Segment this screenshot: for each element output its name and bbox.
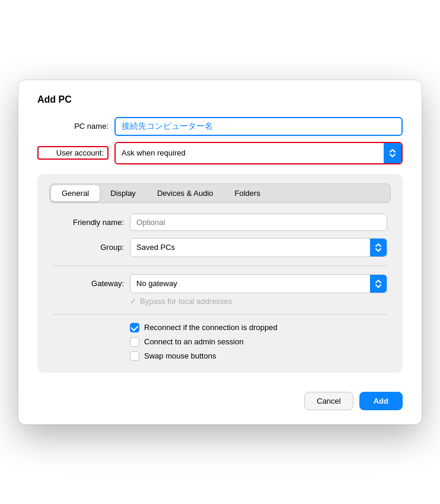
- divider-2: [53, 314, 387, 315]
- add-pc-dialog: Add PC PC name: User account: Ask when r…: [18, 80, 422, 424]
- cancel-button[interactable]: Cancel: [304, 392, 353, 410]
- gateway-select[interactable]: No gateway: [130, 275, 370, 291]
- checkbox-section: Reconnect if the connection is dropped C…: [53, 323, 387, 361]
- add-button[interactable]: Add: [359, 392, 403, 410]
- tab-display[interactable]: Display: [100, 185, 146, 201]
- chevron-updown-icon: [389, 148, 396, 158]
- group-select-wrapper[interactable]: Saved PCs: [130, 238, 387, 257]
- friendly-name-label: Friendly name:: [53, 218, 124, 227]
- group-select[interactable]: Saved PCs: [130, 239, 370, 255]
- pc-name-input[interactable]: [114, 117, 403, 136]
- pc-name-row: PC name:: [37, 117, 403, 136]
- tabs-area: General Display Devices & Audio Folders …: [37, 174, 403, 373]
- user-account-select-wrapper[interactable]: Ask when required Add User Account...: [114, 142, 403, 164]
- admin-session-checkbox[interactable]: [130, 337, 139, 347]
- chevron-updown-icon: [375, 243, 382, 252]
- group-arrow-button[interactable]: [370, 239, 387, 256]
- tab-folders[interactable]: Folders: [224, 185, 271, 201]
- pc-name-label: PC name:: [37, 122, 109, 131]
- bypass-text: Bypass for local addresses: [140, 297, 232, 306]
- gateway-section: Gateway: No gateway: [53, 274, 387, 306]
- dialog-title: Add PC: [37, 94, 403, 105]
- user-account-select-inner: Ask when required Add User Account...: [116, 143, 401, 163]
- divider-1: [53, 265, 387, 266]
- reconnect-checkbox[interactable]: [130, 323, 139, 332]
- user-account-arrow-button[interactable]: [384, 143, 401, 163]
- group-row: Group: Saved PCs: [53, 238, 387, 257]
- user-account-select[interactable]: Ask when required Add User Account...: [116, 144, 384, 161]
- swap-mouse-label: Swap mouse buttons: [144, 351, 216, 360]
- tab-general[interactable]: General: [51, 185, 100, 201]
- tab-devices-audio[interactable]: Devices & Audio: [146, 185, 224, 201]
- gateway-label: Gateway:: [53, 279, 124, 288]
- admin-session-row[interactable]: Connect to an admin session: [130, 337, 387, 347]
- chevron-updown-icon: [375, 280, 382, 288]
- tab-content-general: Friendly name: Group: Saved PCs: [49, 214, 391, 361]
- user-account-row: User account: Ask when required Add User…: [37, 142, 403, 164]
- reconnect-label: Reconnect if the connection is dropped: [144, 323, 278, 332]
- gateway-arrow-button[interactable]: [370, 275, 387, 293]
- friendly-name-input[interactable]: [130, 214, 387, 231]
- group-label: Group:: [53, 243, 124, 252]
- tabs-bar: General Display Devices & Audio Folders: [49, 183, 391, 203]
- gateway-select-wrapper[interactable]: No gateway: [130, 274, 387, 293]
- friendly-name-row: Friendly name:: [53, 214, 387, 231]
- bypass-label: ✓ Bypass for local addresses: [130, 297, 232, 306]
- swap-mouse-checkbox[interactable]: [130, 351, 139, 361]
- swap-mouse-row[interactable]: Swap mouse buttons: [130, 351, 387, 361]
- user-account-label: User account:: [37, 146, 109, 160]
- bypass-checkmark: ✓: [130, 297, 136, 306]
- bypass-row: ✓ Bypass for local addresses: [53, 297, 387, 306]
- dialog-footer: Cancel Add: [37, 387, 403, 410]
- admin-session-label: Connect to an admin session: [144, 337, 244, 346]
- gateway-row: Gateway: No gateway: [53, 274, 387, 293]
- reconnect-row[interactable]: Reconnect if the connection is dropped: [130, 323, 387, 332]
